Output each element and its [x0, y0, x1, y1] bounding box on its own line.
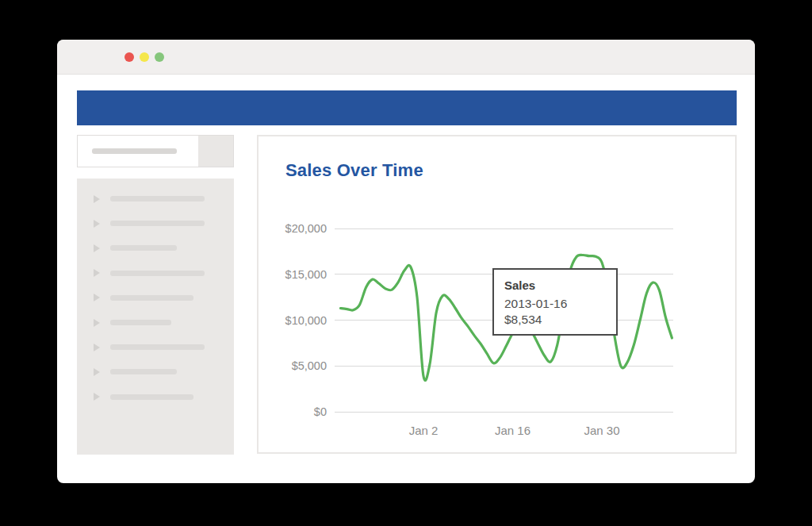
window-close-button[interactable] — [124, 52, 134, 62]
window-titlebar — [57, 40, 755, 75]
y-tick-label: $15,000 — [285, 268, 327, 281]
sidebar-item[interactable] — [77, 310, 234, 335]
triangle-bullet-icon — [94, 294, 100, 301]
y-tick-label: $5,000 — [292, 359, 327, 372]
tooltip-series-label: Sales — [504, 278, 605, 292]
sidebar-item-placeholder — [110, 271, 205, 276]
triangle-bullet-icon — [94, 368, 100, 376]
x-tick-label: Jan 30 — [584, 424, 619, 437]
y-axis-labels: $20,000$15,000$10,000$5,000$0 — [285, 222, 327, 418]
y-tick-label: $0 — [314, 405, 327, 418]
sidebar-search — [77, 135, 234, 167]
triangle-bullet-icon — [94, 344, 100, 351]
triangle-bullet-icon — [94, 393, 100, 401]
sidebar-item-placeholder — [110, 320, 171, 325]
sidebar-item[interactable] — [77, 236, 234, 260]
x-tick-label: Jan 16 — [495, 424, 530, 437]
sidebar-item[interactable] — [77, 359, 234, 384]
sidebar-item-placeholder — [110, 394, 193, 400]
sidebar-item[interactable] — [77, 335, 234, 359]
sidebar-item[interactable] — [77, 186, 234, 211]
sidebar-item-placeholder — [110, 295, 193, 301]
screenshot-frame: $20,000$15,000$10,000$5,000$0Jan 2Jan 16… — [0, 0, 812, 526]
sidebar-item[interactable] — [77, 385, 234, 409]
sidebar-item[interactable] — [77, 261, 234, 286]
sidebar-nav — [77, 179, 234, 455]
triangle-bullet-icon — [94, 195, 100, 203]
search-button[interactable] — [198, 136, 233, 167]
triangle-bullet-icon — [94, 319, 100, 327]
x-tick-label: Jan 2 — [409, 424, 439, 437]
search-placeholder-bar — [92, 148, 177, 154]
triangle-bullet-icon — [94, 269, 100, 277]
triangle-bullet-icon — [94, 220, 100, 228]
chart-card: $20,000$15,000$10,000$5,000$0Jan 2Jan 16… — [257, 135, 737, 454]
sidebar-item-placeholder — [110, 245, 177, 251]
y-tick-label: $20,000 — [285, 222, 327, 235]
sidebar-item[interactable] — [77, 286, 234, 310]
tooltip-date: 2013-01-16 — [504, 296, 605, 312]
sidebar-item-placeholder — [110, 221, 205, 226]
sidebar-item-placeholder — [110, 196, 205, 202]
browser-window: $20,000$15,000$10,000$5,000$0Jan 2Jan 16… — [57, 40, 755, 483]
x-axis-labels: Jan 2Jan 16Jan 30 — [409, 424, 620, 437]
search-input[interactable] — [78, 136, 198, 167]
y-tick-label: $10,000 — [285, 314, 327, 327]
sidebar-item-placeholder — [110, 369, 177, 374]
triangle-bullet-icon — [94, 244, 100, 252]
app-header-bar — [77, 90, 737, 125]
chart-title: Sales Over Time — [285, 160, 423, 181]
window-minimize-button[interactable] — [140, 52, 149, 62]
chart-tooltip: Sales 2013-01-16 $8,534 — [492, 268, 618, 336]
sidebar-item[interactable] — [77, 211, 234, 236]
window-zoom-button[interactable] — [155, 52, 164, 62]
sidebar-item-placeholder — [110, 344, 205, 350]
tooltip-value: $8,534 — [504, 312, 605, 328]
